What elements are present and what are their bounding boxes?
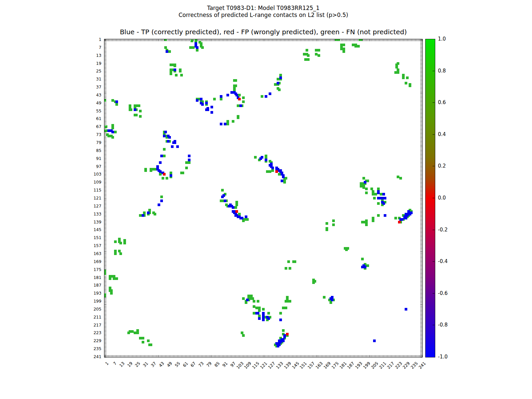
contact-point-fn xyxy=(332,219,335,222)
contact-point-fp xyxy=(163,173,166,176)
contact-point-fn xyxy=(129,330,131,333)
contact-point-fn xyxy=(104,295,106,297)
contact-point-fn xyxy=(352,44,354,46)
colorbar-tick xyxy=(433,293,435,294)
y-tick-label: 1 xyxy=(81,37,101,42)
contact-point-fn xyxy=(253,305,255,308)
contact-point-fn xyxy=(242,100,245,103)
contact-point-fn xyxy=(130,108,132,111)
contact-point-tp xyxy=(134,108,136,111)
contact-point-fn xyxy=(164,46,167,49)
contact-point-fn xyxy=(191,40,193,42)
contact-point-fn xyxy=(285,307,287,309)
contact-point-tp xyxy=(166,50,168,53)
contact-point-tp xyxy=(271,167,274,169)
contact-point-fn xyxy=(315,49,318,52)
contact-point-tp xyxy=(282,176,285,178)
contact-point-fn xyxy=(150,169,152,172)
contact-point-fn xyxy=(360,39,362,41)
contact-point-tp xyxy=(196,99,199,102)
contact-point-fn xyxy=(163,155,166,157)
contact-point-tp xyxy=(159,161,162,164)
contact-point-tp xyxy=(381,197,384,200)
contact-point-fn xyxy=(111,99,114,102)
contact-point-fn xyxy=(246,218,249,221)
contact-point-tp xyxy=(142,214,144,217)
contact-point-fn xyxy=(234,206,237,209)
contact-point-fn xyxy=(159,173,162,176)
contact-point-fn xyxy=(196,49,199,52)
y-tick-label: 181 xyxy=(81,275,101,280)
contact-point-tp xyxy=(147,211,150,214)
contact-point-tp xyxy=(222,194,225,197)
contact-point-fn xyxy=(147,339,150,342)
contact-point-fn xyxy=(185,161,188,164)
contact-point-fn xyxy=(253,300,255,303)
contact-point-fn xyxy=(135,114,138,116)
contact-point-tp xyxy=(171,145,174,148)
contact-point-tp xyxy=(401,218,403,221)
contact-point-tp xyxy=(378,197,381,200)
contact-point-fn xyxy=(267,312,270,315)
y-tick-label: 73 xyxy=(81,132,101,137)
contact-point-tp xyxy=(265,159,267,161)
contact-point-fn xyxy=(182,172,184,174)
contact-point-tp xyxy=(226,94,229,96)
contact-point-fn xyxy=(235,201,238,203)
colorbar-tick-label: 0.6 xyxy=(438,99,446,105)
contact-point-tp xyxy=(159,170,162,173)
contact-point-fn xyxy=(142,337,144,339)
contact-point-fn xyxy=(213,98,216,100)
contact-point-tp xyxy=(115,100,118,103)
contact-point-fn xyxy=(372,217,374,219)
contact-point-fn xyxy=(150,343,152,346)
contact-point-fn xyxy=(332,223,335,226)
y-tick-label: 85 xyxy=(81,148,101,153)
contact-point-fn xyxy=(142,341,144,343)
contact-point-fn xyxy=(397,68,399,71)
figure-title: Target T0983-D1: Model T0983RR125_1 xyxy=(104,5,423,11)
contact-point-fn xyxy=(188,161,191,164)
contact-point-tp xyxy=(277,345,279,347)
contact-point-tp xyxy=(224,200,226,202)
colorbar-tick-label: -1.0 xyxy=(438,354,448,360)
contact-point-fn xyxy=(107,135,110,137)
contact-point-fn xyxy=(261,95,263,98)
contact-point-tp xyxy=(164,131,167,133)
contact-point-tp xyxy=(200,98,202,100)
contact-point-fn xyxy=(405,82,407,84)
y-tick-label: 199 xyxy=(81,299,101,304)
contact-point-tp xyxy=(205,102,208,104)
contact-point-fn xyxy=(366,180,369,182)
contact-point-tp xyxy=(405,308,407,311)
contact-point-fn xyxy=(111,124,114,127)
contact-point-fn xyxy=(111,136,114,139)
contact-point-fn xyxy=(139,337,142,339)
y-tick-label: 229 xyxy=(81,338,101,343)
contact-point-fn xyxy=(278,88,281,91)
y-tick-label: 19 xyxy=(81,61,101,66)
contact-point-tp xyxy=(259,157,262,160)
y-tick-label: 97 xyxy=(81,164,101,169)
contact-point-fn xyxy=(265,156,267,159)
colorbar-tick-label: 0.8 xyxy=(438,68,446,74)
contact-point-tp xyxy=(281,180,283,182)
contact-point-fn xyxy=(397,71,399,74)
contact-point-fn xyxy=(237,116,239,119)
contact-point-fn xyxy=(258,309,261,312)
contact-point-tp xyxy=(410,211,413,214)
contact-point-fn xyxy=(251,297,254,300)
contact-point-fn xyxy=(242,334,245,337)
contact-point-fn xyxy=(131,330,134,333)
contact-point-fn xyxy=(242,297,245,300)
contact-point-fn xyxy=(195,40,197,42)
colorbar-tick-label: 0.2 xyxy=(438,163,446,169)
contact-point-tp xyxy=(170,174,172,177)
y-tick-label: 13 xyxy=(81,53,101,58)
contact-point-fn xyxy=(234,79,237,82)
contact-point-tp xyxy=(405,217,407,219)
y-tick-label: 145 xyxy=(81,227,101,232)
contact-point-fn xyxy=(399,177,402,180)
contact-point-fn xyxy=(113,275,115,278)
contact-point-fn xyxy=(342,50,345,53)
